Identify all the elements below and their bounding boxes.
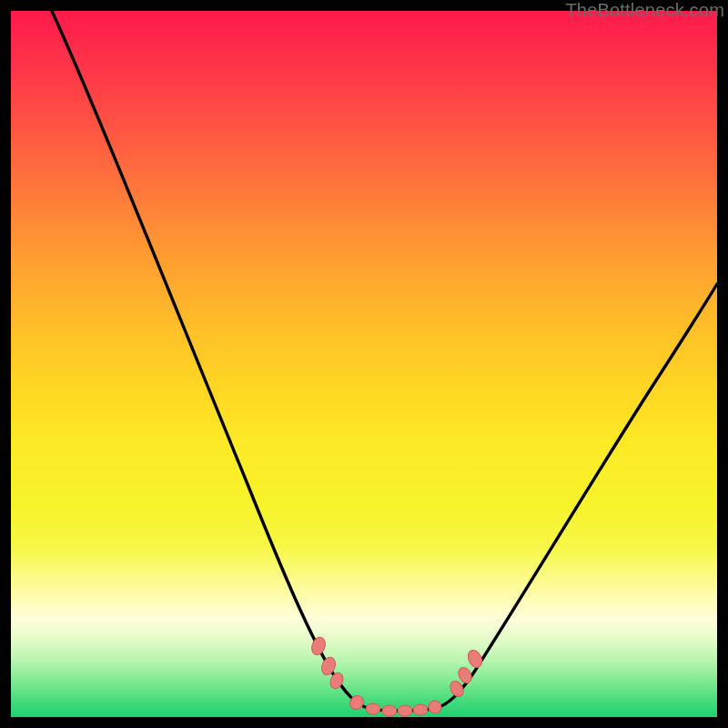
plot-area: [11, 11, 717, 717]
svg-point-7: [413, 704, 428, 715]
svg-point-5: [382, 705, 397, 716]
bottleneck-curve: [11, 11, 717, 717]
watermark-text: TheBottleneck.com: [565, 0, 724, 21]
curve-right-branch: [437, 284, 717, 708]
svg-point-4: [366, 703, 380, 714]
curve-markers: [309, 635, 485, 716]
svg-point-11: [465, 648, 484, 670]
curve-left-branch: [52, 11, 368, 708]
chart-frame: TheBottleneck.com: [0, 0, 728, 728]
svg-point-0: [309, 635, 328, 657]
svg-point-6: [398, 705, 412, 716]
svg-point-8: [426, 698, 443, 715]
